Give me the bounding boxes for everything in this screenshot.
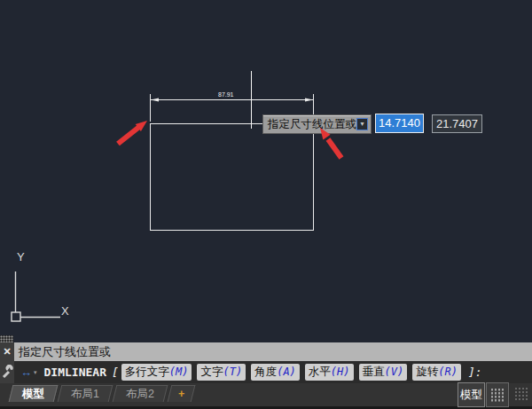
tab-layout1[interactable]: 布局1 [58,385,113,402]
ucs-y-label: Y [17,250,25,263]
tab-model[interactable]: 模型 [9,385,59,402]
canvas-linework [0,0,532,335]
command-history-line[interactable]: 指定尺寸线位置或 [14,342,532,361]
dimlinear-arrow-icon: ↔ [20,366,32,379]
red-arrow-tooltip-icon [310,124,346,161]
rectangle-geometry [151,124,314,231]
wrench-icon[interactable] [1,365,14,380]
snap-grid-icon[interactable] [511,382,532,407]
options-bracket-open: [ [112,366,119,379]
dimension-arrowhead-right [305,98,313,102]
grid-display-icon[interactable] [486,382,509,407]
recent-commands-caret-icon[interactable]: ▾ [34,369,37,376]
option-horizontal[interactable]: 水平(H) [305,364,354,381]
option-angle[interactable]: 角度(A) [251,364,300,381]
drawing-canvas[interactable]: 87.91 Y X 指定尺寸线位置或 ▾ 14.7140 21.7407 [0,0,532,335]
command-window-grip[interactable] [0,335,13,342]
option-mtext[interactable]: 多行文字(M) [121,364,192,381]
model-space-toggle[interactable]: 模型 [458,382,485,407]
tab-layout2[interactable]: 布局2 [113,385,168,402]
red-arrow-left-icon [113,115,151,151]
ucs-x-label: X [61,304,69,318]
pointer-y-input[interactable]: 21.7407 [432,114,482,133]
command-input-line[interactable]: ↔ ▾ DIMLINEAR [ 多行文字(M) 文字(T) 角度(A) 水平(H… [14,361,532,383]
command-window: ✕ 指定尺寸线位置或 ↔ ▾ DIMLINEAR [ 多行文字(M) 文字(T)… [0,342,532,383]
option-text[interactable]: 文字(T) [197,364,246,381]
command-window-gutter: ✕ [0,342,14,383]
dimension-arrowhead-left [151,98,159,102]
option-vertical[interactable]: 垂直(V) [359,364,408,381]
layout-tabs: 模型 布局1 布局2 + [11,385,197,402]
expand-options-button[interactable]: ▾ [356,118,368,130]
autocad-screen: 87.91 Y X 指定尺寸线位置或 ▾ 14.7140 21.7407 ✕ [0,0,532,409]
active-command-name: DIMLINEAR [44,366,106,379]
ucs-origin-box [12,312,20,321]
pointer-x-input[interactable]: 14.7140 [375,114,424,133]
layout-tab-bar: 模型 布局1 布局2 + 模型 [0,383,532,409]
close-icon[interactable]: ✕ [1,345,13,358]
add-layout-button[interactable]: + [168,385,196,402]
option-rotated[interactable]: 旋转(R) [412,364,461,381]
options-bracket-close: ]: [468,366,482,379]
dimension-value-text: 87.91 [217,90,235,98]
